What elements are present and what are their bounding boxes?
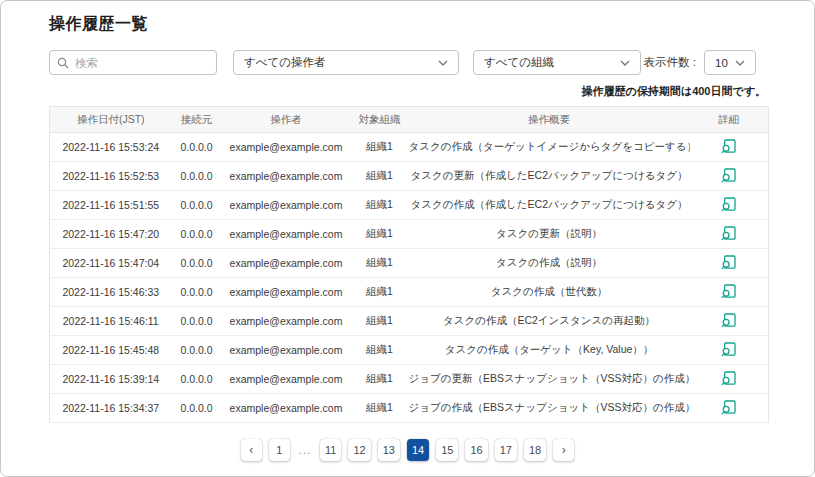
- column-header: 対象組織: [351, 107, 409, 133]
- org-cell: 組織1: [351, 365, 409, 394]
- detail-button[interactable]: [721, 284, 736, 299]
- date-cell: 2022-11-16 15:46:33: [50, 278, 172, 307]
- source-cell: 0.0.0.0: [172, 191, 222, 220]
- prev-page-button[interactable]: ‹: [241, 439, 262, 461]
- table-row: 2022-11-16 15:53:240.0.0.0example@exampl…: [50, 133, 769, 162]
- org-cell: 組織1: [351, 191, 409, 220]
- table-row: 2022-11-16 15:46:110.0.0.0example@exampl…: [50, 307, 769, 336]
- page-button-18[interactable]: 18: [524, 439, 546, 461]
- search-input-wrapper: [49, 50, 217, 75]
- detail-button[interactable]: [721, 139, 736, 154]
- summary-cell: タスクの更新（説明）: [409, 220, 690, 249]
- detail-button[interactable]: [721, 400, 736, 415]
- table-row: 2022-11-16 15:46:330.0.0.0example@exampl…: [50, 278, 769, 307]
- file-search-icon: [721, 284, 736, 299]
- detail-button[interactable]: [721, 168, 736, 183]
- page-button-13[interactable]: 13: [378, 439, 400, 461]
- file-search-icon: [721, 255, 736, 270]
- detail-cell: [690, 394, 769, 423]
- page-ellipsis: ...: [297, 444, 313, 456]
- date-cell: 2022-11-16 15:47:04: [50, 249, 172, 278]
- operator-cell: example@example.com: [222, 191, 351, 220]
- column-header: 操作概要: [409, 107, 690, 133]
- detail-button[interactable]: [721, 371, 736, 386]
- page-button-11[interactable]: 11: [320, 439, 341, 461]
- summary-cell: タスクの作成（世代数）: [409, 278, 690, 307]
- table-row: 2022-11-16 15:47:040.0.0.0example@exampl…: [50, 249, 769, 278]
- org-cell: 組織1: [351, 394, 409, 423]
- detail-cell: [690, 220, 769, 249]
- table-row: 2022-11-16 15:47:200.0.0.0example@exampl…: [50, 220, 769, 249]
- source-cell: 0.0.0.0: [172, 394, 222, 423]
- table-row: 2022-11-16 15:51:550.0.0.0example@exampl…: [50, 191, 769, 220]
- header-row: 操作日付(JST)接続元操作者対象組織操作概要詳細: [50, 107, 769, 133]
- file-search-icon: [721, 168, 736, 183]
- table-row: 2022-11-16 15:34:370.0.0.0example@exampl…: [50, 394, 769, 423]
- detail-button[interactable]: [721, 226, 736, 241]
- org-cell: 組織1: [351, 162, 409, 191]
- history-table: 操作日付(JST)接続元操作者対象組織操作概要詳細 2022-11-16 15:…: [49, 106, 769, 423]
- search-input[interactable]: [75, 57, 209, 69]
- pagination: ‹ 1...1112131415161718 ›: [49, 439, 766, 461]
- next-page-button[interactable]: ›: [553, 439, 574, 461]
- org-cell: 組織1: [351, 336, 409, 365]
- page-size-select[interactable]: 10: [704, 50, 756, 75]
- operator-cell: example@example.com: [222, 394, 351, 423]
- operator-cell: example@example.com: [222, 220, 351, 249]
- table-row: 2022-11-16 15:39:140.0.0.0example@exampl…: [50, 365, 769, 394]
- file-search-icon: [721, 400, 736, 415]
- file-search-icon: [721, 139, 736, 154]
- summary-cell: タスクの更新（作成したEC2バックアップにつけるタグ）: [409, 162, 690, 191]
- detail-cell: [690, 278, 769, 307]
- operator-cell: example@example.com: [222, 278, 351, 307]
- summary-cell: タスクの作成（EC2インスタンスの再起動）: [409, 307, 690, 336]
- org-filter-select[interactable]: すべての組織: [473, 50, 641, 75]
- page-button-1[interactable]: 1: [269, 439, 290, 461]
- org-cell: 組織1: [351, 307, 409, 336]
- detail-button[interactable]: [721, 313, 736, 328]
- page-size-label: 表示件数 :: [644, 55, 696, 70]
- retention-notice: 操作履歴の保持期間は400日間です。: [49, 84, 766, 99]
- page-button-16[interactable]: 16: [465, 439, 487, 461]
- column-header: 接続元: [172, 107, 222, 133]
- summary-cell: タスクの作成（ターゲットイメージからタグをコピーする）: [409, 133, 690, 162]
- detail-button[interactable]: [721, 197, 736, 212]
- operator-cell: example@example.com: [222, 133, 351, 162]
- detail-button[interactable]: [721, 342, 736, 357]
- summary-cell: ジョブの更新（EBSスナップショット（VSS対応）の作成）: [409, 365, 690, 394]
- source-cell: 0.0.0.0: [172, 133, 222, 162]
- page-size-group: 表示件数 : 10: [644, 50, 766, 75]
- detail-button[interactable]: [721, 255, 736, 270]
- file-search-icon: [721, 313, 736, 328]
- summary-cell: タスクの作成（ターゲット（Key, Value））: [409, 336, 690, 365]
- operator-cell: example@example.com: [222, 249, 351, 278]
- summary-cell: ジョブの作成（EBSスナップショット（VSS対応）の作成）: [409, 394, 690, 423]
- filter-bar: すべての操作者 すべての組織 表示件数 : 10: [49, 50, 766, 75]
- date-cell: 2022-11-16 15:45:48: [50, 336, 172, 365]
- detail-cell: [690, 191, 769, 220]
- detail-cell: [690, 365, 769, 394]
- date-cell: 2022-11-16 15:47:20: [50, 220, 172, 249]
- detail-cell: [690, 336, 769, 365]
- history-table-head: 操作日付(JST)接続元操作者対象組織操作概要詳細: [50, 107, 769, 133]
- chevron-down-icon: [735, 60, 745, 66]
- date-cell: 2022-11-16 15:34:37: [50, 394, 172, 423]
- source-cell: 0.0.0.0: [172, 249, 222, 278]
- org-cell: 組織1: [351, 220, 409, 249]
- column-header: 操作日付(JST): [50, 107, 172, 133]
- org-cell: 組織1: [351, 249, 409, 278]
- page-title: 操作履歴一覧: [49, 14, 766, 35]
- source-cell: 0.0.0.0: [172, 220, 222, 249]
- page-button-15[interactable]: 15: [436, 439, 458, 461]
- file-search-icon: [721, 197, 736, 212]
- detail-cell: [690, 249, 769, 278]
- operator-filter-select[interactable]: すべての操作者: [233, 50, 459, 75]
- page-button-14[interactable]: 14: [407, 439, 429, 461]
- chevron-right-icon: ›: [562, 444, 566, 456]
- operator-filter-value: すべての操作者: [244, 55, 326, 70]
- source-cell: 0.0.0.0: [172, 307, 222, 336]
- date-cell: 2022-11-16 15:46:11: [50, 307, 172, 336]
- page-button-12[interactable]: 12: [348, 439, 370, 461]
- page-button-17[interactable]: 17: [495, 439, 517, 461]
- detail-cell: [690, 307, 769, 336]
